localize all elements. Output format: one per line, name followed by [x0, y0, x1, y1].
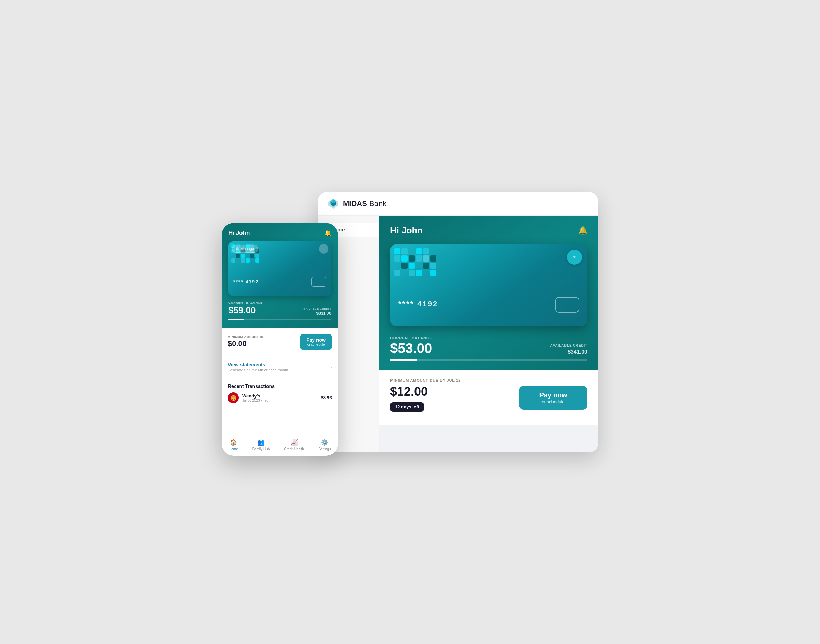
mobile-card-number: **** 4192: [233, 279, 259, 285]
nav-item-family[interactable]: 👥 Family Hub: [252, 439, 270, 451]
transaction-amount: $8.93: [321, 395, 332, 400]
mobile-balance-right: AVAILABLE CREDIT $331.00: [302, 307, 331, 316]
mobile-min-amount: $0.00: [228, 339, 267, 348]
desktop-available-credit-amount: $341.00: [550, 349, 587, 355]
pixel: [250, 259, 255, 262]
desktop-pay-now-line2: or schedule: [535, 399, 571, 404]
scene: MIDAS Bank ⌂ Home Hi John 🔔: [222, 182, 598, 463]
pixel: [236, 259, 240, 262]
mobile-progress-fill: [229, 319, 244, 320]
pixel: [408, 270, 415, 276]
pixel: [430, 248, 436, 255]
pixel: [423, 248, 429, 255]
pixel: [401, 248, 408, 255]
mobile-body: MINIMUM AMOUNT DUE $0.00 Pay now or sche…: [222, 328, 338, 435]
pixel: [416, 270, 422, 276]
pixel: [255, 259, 259, 262]
transaction-details: Jul 06 2023 • Tech: [242, 399, 270, 402]
desktop-card-pixel-pattern: [394, 248, 436, 276]
family-nav-label: Family Hub: [252, 447, 270, 451]
chevron-down-icon: [571, 254, 577, 260]
mobile-pay-now-button[interactable]: Pay now or schedule: [300, 334, 332, 350]
mobile-card-dropdown-btn[interactable]: [319, 244, 329, 254]
mobile-balance-left: CURRENT BALANCE $59.00: [229, 301, 263, 316]
pixel: [401, 262, 408, 269]
mobile-progress-bar: [229, 319, 331, 320]
pixel: [246, 254, 250, 258]
nav-item-settings[interactable]: ⚙️ Settings: [319, 439, 331, 451]
nav-item-credit[interactable]: 📈 Credit Health: [284, 439, 304, 451]
divider-1: [228, 355, 332, 355]
pixel: [430, 270, 436, 276]
midas-logo-icon: [327, 198, 339, 210]
settings-nav-icon: ⚙️: [321, 439, 329, 446]
pixel: [231, 254, 235, 258]
pixel: [255, 254, 259, 258]
view-statements-subtitle: Generates on the 6th of each month: [228, 368, 288, 372]
desktop-payment-section: MINIMUM AMOUNT DUE BY JUL 12 $12.00 12 d…: [379, 370, 598, 425]
pixel: [401, 255, 408, 262]
credit-nav-label: Credit Health: [284, 447, 304, 451]
manage-label: Manage: [240, 247, 254, 251]
desktop-card-number: **** 4192: [398, 300, 438, 308]
merchant-avatar: 🍔: [228, 393, 239, 403]
mobile-manage-button[interactable]: ⚙ Manage: [232, 245, 258, 253]
desktop-current-balance-amount: $53.00: [390, 341, 432, 355]
pixel: [408, 262, 415, 269]
mobile-teal-section: Hi John 🔔: [222, 223, 338, 328]
credit-nav-icon: 📈: [290, 439, 298, 446]
desktop-balance-section: CURRENT BALANCE $53.00 AVAILABLE CREDIT …: [390, 336, 587, 355]
mobile-min-left: MINIMUM AMOUNT DUE $0.00: [228, 335, 267, 348]
desktop-minimum-label: MINIMUM AMOUNT DUE BY JUL 12: [390, 378, 587, 382]
chevron-down-icon: [322, 247, 326, 251]
pixel: [430, 255, 436, 262]
mobile-available-credit-label: AVAILABLE CREDIT: [302, 307, 331, 310]
mobile-greeting: Hi John: [229, 230, 250, 236]
desktop-body: ⌂ Home Hi John 🔔: [318, 216, 598, 452]
desktop-bell-icon[interactable]: 🔔: [578, 226, 587, 235]
nav-item-home[interactable]: 🏠 Home: [229, 439, 238, 451]
pixel: [423, 270, 429, 276]
mobile-card-chip: [311, 277, 326, 287]
desktop-panel-header: Hi John 🔔: [390, 225, 587, 236]
family-nav-icon: 👥: [257, 439, 265, 446]
desktop-days-badge: 12 days left: [390, 402, 424, 411]
gear-icon: ⚙: [236, 247, 239, 251]
desktop-pay-now-line1: Pay now: [535, 391, 571, 399]
desktop-topbar: MIDAS Bank: [318, 192, 598, 216]
mobile-current-balance-amount: $59.00: [229, 305, 263, 316]
mobile-credit-card: ⚙ Manage **** 4192: [229, 241, 331, 296]
pixel: [430, 262, 436, 269]
mobile-bell-icon[interactable]: 🔔: [324, 230, 331, 236]
desktop-minimum-amount: $12.00 12 days left: [390, 385, 428, 411]
pixel: [408, 248, 415, 255]
desktop-credit-card: **** 4192: [390, 244, 587, 326]
desktop-greeting: Hi John: [390, 225, 423, 236]
desktop-balance-right: AVAILABLE CREDIT $341.00: [550, 344, 587, 355]
pixel: [423, 255, 429, 262]
desktop-card-dropdown-btn[interactable]: [567, 250, 582, 265]
mobile-current-balance-label: CURRENT BALANCE: [229, 301, 263, 304]
pixel: [394, 248, 401, 255]
mobile-balance-row: CURRENT BALANCE $59.00 AVAILABLE CREDIT …: [229, 301, 331, 316]
view-statements[interactable]: View statements Generates on the 6th of …: [228, 359, 332, 375]
pixel: [246, 259, 250, 262]
desktop-teal-panel: Hi John 🔔: [379, 216, 598, 370]
logo-wrapper: MIDAS Bank: [327, 198, 386, 210]
recent-transactions-title: Recent Transactions: [228, 383, 332, 389]
merchant-name: Wendy's: [242, 393, 270, 399]
pixel: [241, 259, 245, 262]
view-statements-left: View statements Generates on the 6th of …: [228, 362, 288, 372]
mobile-header: Hi John 🔔: [229, 230, 331, 236]
pixel: [236, 254, 240, 258]
pixel: [408, 255, 415, 262]
desktop-pay-now-button[interactable]: Pay now or schedule: [519, 386, 587, 410]
desktop-current-balance-label: CURRENT BALANCE: [390, 336, 432, 340]
desktop-minimum-value: $12.00: [390, 385, 428, 399]
pixel: [401, 270, 408, 276]
pixel: [416, 255, 422, 262]
pixel: [423, 262, 429, 269]
settings-nav-label: Settings: [319, 447, 331, 451]
pixel: [250, 254, 255, 258]
mobile-available-credit-amount: $331.00: [302, 311, 331, 316]
